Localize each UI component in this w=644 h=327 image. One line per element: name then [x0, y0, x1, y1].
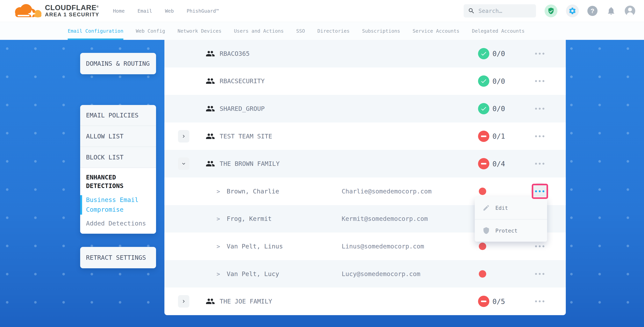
- more-actions-button[interactable]: [531, 155, 548, 172]
- enhanced-detections-title: ENHANCED DETECTIONS: [86, 173, 140, 190]
- alert-dot: [479, 188, 486, 195]
- tab-subscriptions[interactable]: Subscriptions: [362, 22, 400, 40]
- group-name: THE JOE FAMILY: [220, 298, 272, 305]
- row-actions-context-menu: Edit Protect: [475, 197, 547, 242]
- status-blocked-badge: [478, 131, 489, 142]
- member-expand-arrow[interactable]: >: [216, 188, 220, 195]
- status-blocked-badge: [478, 158, 489, 169]
- protection-status: 0/0: [478, 75, 505, 87]
- config-tab-bar: Email Configuration Web Config Network D…: [0, 22, 644, 40]
- alert-dot: [479, 270, 486, 278]
- nav-item-email[interactable]: Email: [138, 8, 152, 14]
- status-blocked-badge: [478, 296, 489, 307]
- group-name: THE BROWN FAMILY: [220, 160, 280, 167]
- top-nav: Home Email Web PhishGuard™: [113, 8, 219, 14]
- more-actions-button[interactable]: [531, 72, 548, 90]
- table-row-group[interactable]: RBACSECURITY 0/0: [164, 67, 566, 95]
- status-pass-badge: [478, 48, 489, 59]
- nav-item-web[interactable]: Web: [165, 8, 174, 14]
- alert-dot: [479, 243, 486, 250]
- table-row-group[interactable]: RBACO365 0/0: [164, 40, 566, 67]
- more-actions-button[interactable]: [531, 45, 548, 62]
- help-icon[interactable]: ?: [588, 6, 598, 16]
- pencil-icon: [482, 204, 490, 212]
- more-actions-button[interactable]: [531, 293, 548, 310]
- status-pass-badge: [478, 103, 489, 114]
- protection-count: 0/5: [492, 298, 505, 306]
- group-icon: [206, 132, 215, 141]
- nav-item-home[interactable]: Home: [113, 8, 125, 14]
- member-email: Charlie@somedemocorp.com: [342, 188, 432, 195]
- sidebar-policies-card: EMAIL POLICIES ALLOW LIST BLOCK LIST ENH…: [80, 105, 156, 234]
- more-actions-button[interactable]: [531, 128, 548, 145]
- tab-service-accounts[interactable]: Service Accounts: [413, 22, 460, 40]
- menu-item-protect[interactable]: Protect: [475, 219, 547, 242]
- nav-item-phishguard[interactable]: PhishGuard™: [186, 8, 219, 14]
- sidebar-item-email-policies[interactable]: EMAIL POLICIES: [80, 105, 156, 126]
- sidebar-item-allow-list[interactable]: ALLOW LIST: [80, 126, 156, 147]
- protection-count: 0/0: [492, 77, 505, 85]
- sidebar-item-domains-routing[interactable]: DOMAINS & ROUTING: [80, 53, 156, 74]
- protection-status: 0/4: [478, 158, 505, 169]
- collapse-chevron-down-icon[interactable]: [178, 157, 189, 170]
- group-icon: [206, 104, 215, 113]
- member-expand-arrow[interactable]: >: [216, 243, 220, 250]
- search-icon: [468, 7, 475, 14]
- sidebar-section-enhanced-detections: ENHANCED DETECTIONS Business Email Compr…: [80, 168, 156, 234]
- sidebar-item-business-email-compromise[interactable]: Business Email Compromise: [80, 195, 146, 214]
- bec-groups-table: RBACO365 0/0 RBACSECURITY 0/0 SHARED_GRO…: [164, 40, 566, 315]
- table-row-group[interactable]: SHARED_GROUP 0/0: [164, 95, 566, 122]
- sidebar-item-retract-settings[interactable]: RETRACT SETTINGS: [80, 247, 156, 268]
- tab-sso[interactable]: SSO: [296, 22, 305, 40]
- tab-web-config[interactable]: Web Config: [136, 22, 165, 40]
- expand-chevron-right-icon[interactable]: [178, 295, 189, 308]
- protection-count: 0/1: [492, 132, 505, 140]
- settings-gear-icon[interactable]: [566, 4, 579, 17]
- group-name: RBACSECURITY: [220, 77, 264, 85]
- status-pass-badge: [478, 75, 489, 87]
- table-row-group[interactable]: TEST TEAM SITE 0/1: [164, 122, 566, 150]
- settings-sidebar: DOMAINS & ROUTING EMAIL POLICIES ALLOW L…: [80, 53, 156, 268]
- shield-icon: [482, 227, 490, 234]
- group-icon: [206, 76, 215, 86]
- member-expand-arrow[interactable]: >: [216, 271, 220, 277]
- tab-delegated-accounts[interactable]: Delegated Accounts: [472, 22, 524, 40]
- sidebar-item-block-list[interactable]: BLOCK LIST: [80, 147, 156, 168]
- cloudflare-logo: CLOUDFLARE® AREA 1 SECURITY: [11, 3, 100, 18]
- member-name: Frog, Kermit: [227, 215, 272, 222]
- app-header: CLOUDFLARE® AREA 1 SECURITY Home Email W…: [0, 0, 644, 22]
- group-icon: [206, 297, 215, 306]
- tab-users-and-actions[interactable]: Users and Actions: [234, 22, 284, 40]
- group-name: RBACO365: [220, 50, 250, 57]
- member-name: Brown, Charlie: [227, 188, 279, 195]
- protection-status: 0/1: [478, 131, 505, 142]
- search-box[interactable]: [464, 4, 536, 17]
- table-row-member[interactable]: > Van Pelt, Lucy Lucy@somedemocorp.com: [164, 260, 566, 288]
- table-row-group[interactable]: THE BROWN FAMILY 0/4: [164, 150, 566, 178]
- brand-name: CLOUDFLARE®: [45, 4, 100, 12]
- group-name: SHARED_GROUP: [220, 105, 264, 112]
- user-avatar-icon[interactable]: [625, 6, 635, 16]
- tab-email-configuration[interactable]: Email Configuration: [68, 22, 123, 40]
- member-name: Van Pelt, Linus: [227, 243, 283, 250]
- group-icon: [206, 49, 215, 58]
- member-email: Lucy@somedemocorp.com: [342, 270, 420, 278]
- more-actions-button[interactable]: [531, 265, 548, 283]
- protection-count: 0/0: [492, 105, 505, 113]
- tab-network-devices[interactable]: Network Devices: [178, 22, 222, 40]
- notifications-bell-icon[interactable]: [606, 6, 616, 16]
- brand-subtitle: AREA 1 SECURITY: [45, 12, 100, 18]
- more-actions-button[interactable]: [531, 100, 548, 117]
- protection-status: 0/0: [478, 48, 505, 59]
- table-row-group[interactable]: THE JOE FAMILY 0/5: [164, 288, 566, 315]
- tab-directories[interactable]: Directories: [317, 22, 350, 40]
- sidebar-item-added-detections[interactable]: Added Detections: [86, 220, 150, 227]
- search-input[interactable]: [478, 7, 531, 14]
- protection-status-icon[interactable]: [544, 4, 558, 17]
- member-expand-arrow[interactable]: >: [216, 215, 220, 222]
- expand-chevron-right-icon[interactable]: [178, 130, 189, 142]
- member-name: Van Pelt, Lucy: [227, 270, 279, 278]
- group-name: TEST TEAM SITE: [220, 133, 272, 140]
- protection-count: 0/4: [492, 160, 505, 168]
- menu-item-edit[interactable]: Edit: [475, 197, 547, 219]
